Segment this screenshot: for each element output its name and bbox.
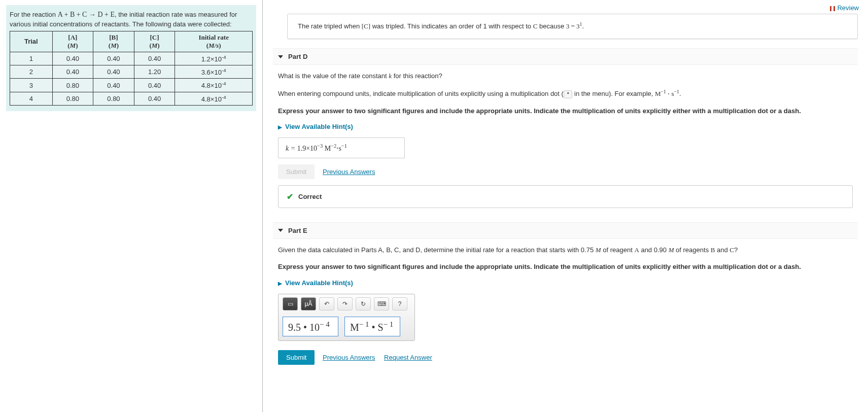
part-e-previous-answers-link[interactable]: Previous Answers — [323, 354, 375, 361]
intro-pre: For the reaction — [10, 11, 58, 18]
table-header: Initial rate(M/s) — [175, 31, 253, 52]
table-header: Trial — [10, 31, 53, 52]
review-link[interactable]: Review — [830, 4, 859, 12]
units-button[interactable]: μÅ — [301, 297, 316, 311]
part-e-question: Given the data calculated in Parts A, B,… — [278, 245, 853, 255]
part-d-hints-toggle[interactable]: View Available Hint(s) — [278, 123, 853, 130]
part-e-title: Part E — [288, 227, 307, 234]
value-input[interactable]: 9.5 • 10− 4 — [283, 317, 338, 337]
undo-button[interactable]: ↶ — [319, 297, 334, 311]
content-panel: Review The rate tripled when [C] was tri… — [263, 0, 868, 412]
table-header: [B](M) — [93, 31, 134, 52]
units-input[interactable]: M− 1 • S− 1 — [344, 317, 400, 337]
equation-editor: ▭ μÅ ↶ ↷ ↻ ⌨ ? 9.5 • 10− 4 M− 1 • S− 1 — [278, 294, 415, 341]
redo-button[interactable]: ↷ — [337, 297, 353, 311]
chevron-down-icon — [278, 55, 283, 58]
data-table: Trial[A](M)[B](M)[C](M)Initial rate(M/s)… — [10, 31, 253, 106]
part-e-submit-button[interactable]: Submit — [278, 350, 315, 365]
part-e-request-answer-link[interactable]: Request Answer — [384, 354, 432, 361]
table-row: 40.800.800.404.8×10-4 — [10, 92, 253, 105]
problem-intro: For the reaction A + B + C → D + E, the … — [6, 5, 256, 111]
part-d: Part D What is the value of the rate con… — [273, 48, 858, 213]
reaction-equation: A + B + C → D + E — [58, 11, 115, 18]
table-header: [C](M) — [134, 31, 175, 52]
part-c-feedback: The rate tripled when [C] was tripled. T… — [287, 14, 858, 39]
table-row: 20.400.401.203.6×10-4 — [10, 65, 253, 79]
check-icon: ✔ — [287, 192, 293, 201]
review-icon — [830, 6, 835, 11]
table-header: [A](M) — [52, 31, 93, 52]
chevron-down-icon — [278, 229, 283, 232]
table-row: 30.800.400.404.8×10-4 — [10, 79, 253, 92]
part-d-previous-answers-link[interactable]: Previous Answers — [323, 168, 375, 176]
part-d-question: What is the value of the rate constant k… — [278, 71, 853, 81]
part-d-instruction: Express your answer to two significant f… — [278, 106, 853, 116]
part-d-submit-button: Submit — [278, 164, 315, 179]
templates-button[interactable]: ▭ — [283, 297, 298, 311]
keyboard-button[interactable]: ⌨ — [374, 297, 389, 311]
part-d-correct-feedback: ✔ Correct — [278, 185, 853, 208]
part-d-answer-display: k = 1.9×10−3 M−2⋅s−1 — [278, 138, 405, 158]
table-row: 10.400.400.401.2×10-4 — [10, 52, 253, 65]
part-e: Part E Given the data calculated in Part… — [273, 222, 858, 376]
reset-button[interactable]: ↻ — [356, 297, 371, 311]
part-e-hints-toggle[interactable]: View Available Hint(s) — [278, 279, 853, 287]
part-e-header[interactable]: Part E — [273, 222, 858, 239]
part-e-instruction: Express your answer to two significant f… — [278, 262, 853, 272]
dot-menu-icon: • — [564, 90, 573, 98]
part-d-title: Part D — [288, 53, 307, 60]
help-button[interactable]: ? — [392, 297, 407, 311]
problem-sidebar: For the reaction A + B + C → D + E, the … — [0, 0, 263, 412]
part-d-header[interactable]: Part D — [273, 48, 858, 65]
